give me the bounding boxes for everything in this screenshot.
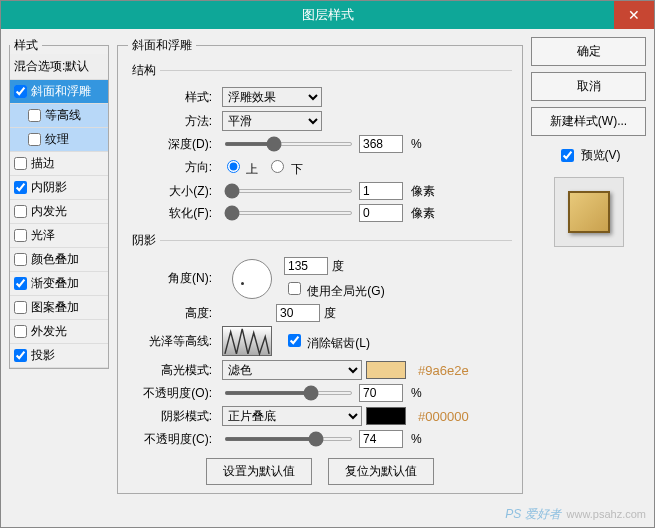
style-item-10[interactable]: 外发光 bbox=[10, 320, 108, 344]
style-label: 图案叠加 bbox=[31, 299, 79, 316]
style-label: 内阴影 bbox=[31, 179, 67, 196]
style-checkbox[interactable] bbox=[14, 301, 27, 314]
size-input[interactable] bbox=[359, 182, 403, 200]
ok-button[interactable]: 确定 bbox=[531, 37, 646, 66]
style-item-2[interactable]: 纹理 bbox=[10, 128, 108, 152]
style-label: 光泽 bbox=[31, 227, 55, 244]
blend-options-header[interactable]: 混合选项:默认 bbox=[10, 54, 108, 80]
style-label: 描边 bbox=[31, 155, 55, 172]
style-checkbox[interactable] bbox=[28, 109, 41, 122]
soften-label: 软化(F): bbox=[128, 205, 218, 222]
style-label: 投影 bbox=[31, 347, 55, 364]
depth-label: 深度(D): bbox=[128, 136, 218, 153]
window-title: 图层样式 bbox=[302, 6, 354, 24]
highlight-hex: #9a6e2e bbox=[418, 363, 469, 378]
shadow-opacity-label: 不透明度(C): bbox=[128, 431, 218, 448]
shadow-opacity-input[interactable] bbox=[359, 430, 403, 448]
direction-down[interactable]: 下 bbox=[266, 157, 302, 178]
style-item-0[interactable]: 斜面和浮雕 bbox=[10, 80, 108, 104]
style-label: 纹理 bbox=[45, 131, 69, 148]
size-label: 大小(Z): bbox=[128, 183, 218, 200]
style-checkbox[interactable] bbox=[28, 133, 41, 146]
highlight-mode-select[interactable]: 滤色 bbox=[222, 360, 362, 380]
bevel-fieldset: 斜面和浮雕 结构 样式: 浮雕效果 方法: 平滑 深度(D): bbox=[117, 37, 523, 494]
right-panel: 确定 取消 新建样式(W)... 预览(V) bbox=[531, 37, 646, 519]
reset-default-button[interactable]: 复位为默认值 bbox=[328, 458, 434, 485]
style-label: 等高线 bbox=[45, 107, 81, 124]
technique-label: 方法: bbox=[128, 113, 218, 130]
shadow-opacity-slider[interactable] bbox=[224, 437, 353, 441]
style-checkbox[interactable] bbox=[14, 157, 27, 170]
style-item-3[interactable]: 描边 bbox=[10, 152, 108, 176]
style-checkbox[interactable] bbox=[14, 277, 27, 290]
style-item-4[interactable]: 内阴影 bbox=[10, 176, 108, 200]
style-checkbox[interactable] bbox=[14, 229, 27, 242]
style-label: 斜面和浮雕 bbox=[31, 83, 91, 100]
technique-select[interactable]: 平滑 bbox=[222, 111, 322, 131]
highlight-opacity-slider[interactable] bbox=[224, 391, 353, 395]
style-checkbox[interactable] bbox=[14, 181, 27, 194]
style-label: 样式: bbox=[128, 89, 218, 106]
style-item-1[interactable]: 等高线 bbox=[10, 104, 108, 128]
antialias-check[interactable]: 消除锯齿(L) bbox=[284, 331, 370, 352]
style-label: 外发光 bbox=[31, 323, 67, 340]
preview-check[interactable]: 预览(V) bbox=[531, 146, 646, 165]
style-item-6[interactable]: 光泽 bbox=[10, 224, 108, 248]
angle-dial[interactable] bbox=[232, 259, 272, 299]
global-light-check[interactable]: 使用全局光(G) bbox=[284, 279, 385, 300]
main-panel: 斜面和浮雕 结构 样式: 浮雕效果 方法: 平滑 深度(D): bbox=[117, 37, 523, 519]
shading-legend: 阴影 bbox=[128, 232, 160, 249]
depth-slider[interactable] bbox=[224, 142, 353, 146]
direction-label: 方向: bbox=[128, 159, 218, 176]
shadow-color-swatch[interactable] bbox=[366, 407, 406, 425]
style-item-8[interactable]: 渐变叠加 bbox=[10, 272, 108, 296]
preview-swatch bbox=[568, 191, 610, 233]
gloss-contour-picker[interactable] bbox=[222, 326, 272, 356]
preview-box bbox=[554, 177, 624, 247]
bevel-legend: 斜面和浮雕 bbox=[128, 37, 196, 54]
make-default-button[interactable]: 设置为默认值 bbox=[206, 458, 312, 485]
style-checkbox[interactable] bbox=[14, 85, 27, 98]
gloss-contour-label: 光泽等高线: bbox=[128, 333, 218, 350]
style-checkbox[interactable] bbox=[14, 349, 27, 362]
depth-input[interactable] bbox=[359, 135, 403, 153]
layer-style-dialog: 图层样式 ✕ 样式 混合选项:默认 斜面和浮雕等高线纹理描边内阴影内发光光泽颜色… bbox=[0, 0, 655, 528]
style-select[interactable]: 浮雕效果 bbox=[222, 87, 322, 107]
highlight-opacity-label: 不透明度(O): bbox=[128, 385, 218, 402]
altitude-label: 高度: bbox=[128, 305, 218, 322]
soften-input[interactable] bbox=[359, 204, 403, 222]
titlebar: 图层样式 ✕ bbox=[1, 1, 654, 29]
styles-legend: 样式 bbox=[10, 37, 42, 54]
highlight-opacity-input[interactable] bbox=[359, 384, 403, 402]
close-button[interactable]: ✕ bbox=[614, 1, 654, 29]
highlight-color-swatch[interactable] bbox=[366, 361, 406, 379]
shadow-hex: #000000 bbox=[418, 409, 469, 424]
style-checkbox[interactable] bbox=[14, 205, 27, 218]
highlight-mode-label: 高光模式: bbox=[128, 362, 218, 379]
style-label: 渐变叠加 bbox=[31, 275, 79, 292]
style-item-9[interactable]: 图案叠加 bbox=[10, 296, 108, 320]
size-slider[interactable] bbox=[224, 189, 353, 193]
new-style-button[interactable]: 新建样式(W)... bbox=[531, 107, 646, 136]
angle-label: 角度(N): bbox=[128, 270, 218, 287]
style-checkbox[interactable] bbox=[14, 253, 27, 266]
style-checkbox[interactable] bbox=[14, 325, 27, 338]
soften-slider[interactable] bbox=[224, 211, 353, 215]
styles-panel: 样式 混合选项:默认 斜面和浮雕等高线纹理描边内阴影内发光光泽颜色叠加渐变叠加图… bbox=[9, 37, 109, 519]
structure-legend: 结构 bbox=[128, 62, 160, 79]
direction-up[interactable]: 上 bbox=[222, 157, 258, 178]
altitude-input[interactable] bbox=[276, 304, 320, 322]
style-item-11[interactable]: 投影 bbox=[10, 344, 108, 368]
style-item-5[interactable]: 内发光 bbox=[10, 200, 108, 224]
angle-input[interactable] bbox=[284, 257, 328, 275]
cancel-button[interactable]: 取消 bbox=[531, 72, 646, 101]
style-item-7[interactable]: 颜色叠加 bbox=[10, 248, 108, 272]
style-label: 内发光 bbox=[31, 203, 67, 220]
shadow-mode-select[interactable]: 正片叠底 bbox=[222, 406, 362, 426]
shadow-mode-label: 阴影模式: bbox=[128, 408, 218, 425]
style-label: 颜色叠加 bbox=[31, 251, 79, 268]
